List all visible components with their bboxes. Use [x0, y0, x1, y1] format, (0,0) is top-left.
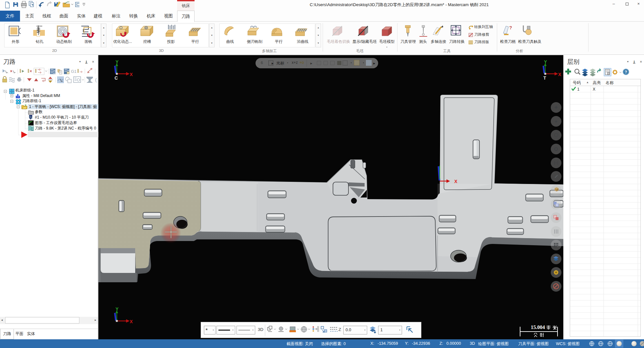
svg-text:X: X — [454, 179, 458, 184]
svg-text:×: × — [10, 69, 13, 73]
svg-text:X: X — [593, 87, 596, 92]
svg-text:T: T — [543, 75, 546, 81]
svg-text:C: C — [115, 75, 118, 81]
svg-text:Y: Y — [116, 306, 119, 312]
svg-text:1: 1 — [577, 87, 579, 92]
svg-text:×: × — [30, 69, 32, 73]
svg-text:Y: Y — [116, 59, 119, 64]
svg-text:G1: G1 — [71, 69, 76, 74]
svg-text:Y: Y — [544, 59, 547, 64]
svg-text:X: X — [130, 72, 133, 77]
svg-text:?: ? — [625, 70, 627, 74]
svg-text:?: ? — [509, 25, 512, 30]
svg-text:(: ( — [95, 77, 97, 82]
svg-text:X: X — [558, 72, 561, 77]
svg-text:X: X — [130, 319, 133, 324]
